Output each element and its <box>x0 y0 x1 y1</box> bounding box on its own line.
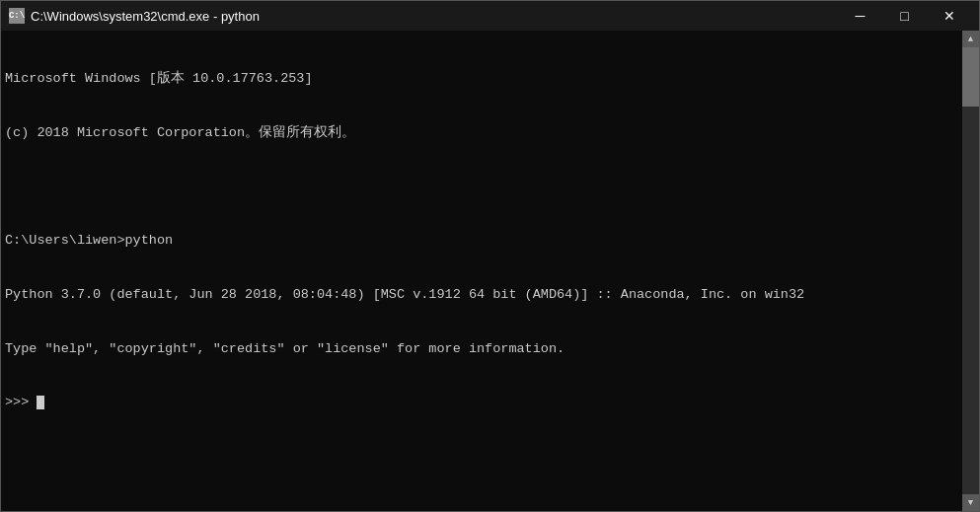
window-title: C:\Windows\system32\cmd.exe - python <box>31 9 838 24</box>
console-wrapper: Microsoft Windows [版本 10.0.17763.253] (c… <box>1 31 979 511</box>
minimize-button[interactable]: ─ <box>838 1 882 31</box>
scroll-down-button[interactable]: ▼ <box>962 494 979 511</box>
scrollbar-track[interactable] <box>962 47 979 494</box>
console-line-1: Microsoft Windows [版本 10.0.17763.253] <box>5 70 958 88</box>
scroll-up-button[interactable]: ▲ <box>962 31 979 47</box>
console-line-6: Type "help", "copyright", "credits" or "… <box>5 340 958 358</box>
title-bar: C:\ C:\Windows\system32\cmd.exe - python… <box>1 1 979 31</box>
maximize-button[interactable]: □ <box>882 1 927 31</box>
console-line-7: >>> <box>5 394 958 411</box>
window-icon: C:\ <box>9 8 25 24</box>
console-line-5: Python 3.7.0 (default, Jun 28 2018, 08:0… <box>5 286 958 304</box>
scrollbar-thumb[interactable] <box>962 47 979 107</box>
cursor-blink <box>37 396 44 409</box>
scrollbar: ▲ ▼ <box>962 31 979 511</box>
console-line-2: (c) 2018 Microsoft Corporation。保留所有权利。 <box>5 124 958 142</box>
console-line-3 <box>5 179 958 196</box>
window-controls: ─ □ ✕ <box>838 1 971 31</box>
cmd-window: C:\ C:\Windows\system32\cmd.exe - python… <box>0 0 980 512</box>
console-output[interactable]: Microsoft Windows [版本 10.0.17763.253] (c… <box>1 31 962 511</box>
close-button[interactable]: ✕ <box>927 1 971 31</box>
console-line-4: C:\Users\liwen>python <box>5 232 958 250</box>
